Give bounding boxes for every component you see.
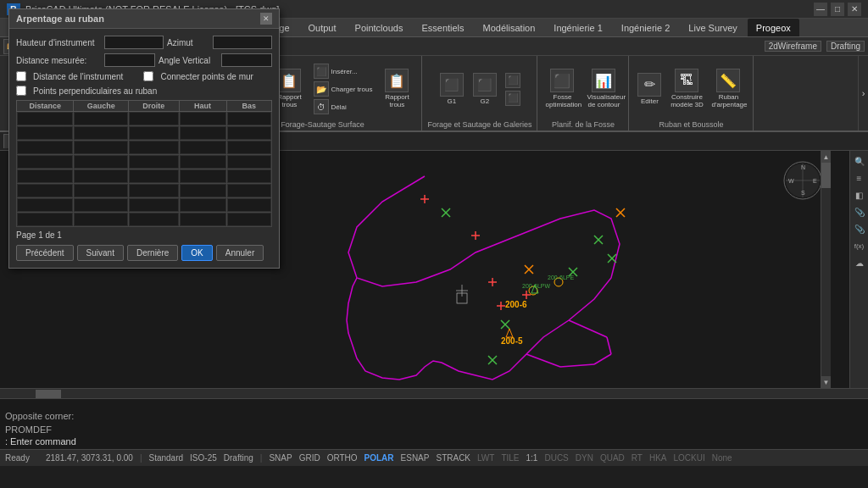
cell-r5-c2[interactable] xyxy=(130,185,178,197)
cell-r0-c0[interactable] xyxy=(18,113,72,125)
derniere-button[interactable]: Dernière xyxy=(127,245,178,261)
cell-r7-c3[interactable] xyxy=(181,214,225,225)
points-perp-check[interactable] xyxy=(16,86,26,96)
tab-pointclouds[interactable]: Pointclouds xyxy=(347,19,412,36)
sidebar-search-icon[interactable]: 🔍 xyxy=(853,154,866,168)
tab-live-survey[interactable]: Live Survey xyxy=(680,19,745,36)
ribbon-collapse-button[interactable]: › xyxy=(858,56,868,130)
tab-ingenierie2[interactable]: Ingénierie 2 xyxy=(613,19,679,36)
sidebar-clip2-icon[interactable]: 📎 xyxy=(853,222,866,236)
close-button[interactable]: ✕ xyxy=(848,3,861,16)
cell-r2-c2[interactable] xyxy=(130,141,178,153)
minimize-button[interactable]: — xyxy=(814,3,827,16)
sidebar-cloud-icon[interactable]: ☁ xyxy=(853,256,866,269)
azimut-input[interactable] xyxy=(213,36,272,49)
rapport-trous2-button[interactable]: 📋 Rapport trous xyxy=(377,67,416,111)
cell-r6-c3[interactable] xyxy=(181,199,225,211)
status-rt[interactable]: RT xyxy=(632,453,643,463)
angle-vertical-input[interactable] xyxy=(221,53,272,67)
cell-r3-c4[interactable] xyxy=(228,156,271,168)
visualisateur-button[interactable]: 📊 Visualisateur de contour xyxy=(584,67,623,111)
status-lwt[interactable]: LWT xyxy=(477,453,494,463)
dialog-titlebar[interactable]: Arpentage au ruban ✕ xyxy=(9,9,279,29)
suivant-button[interactable]: Suivant xyxy=(77,245,124,261)
editer-button[interactable]: ✏ Editer xyxy=(634,71,665,108)
titlebar-controls[interactable]: — □ ✕ xyxy=(814,3,861,16)
galeries-btn2[interactable]: ⬛ G2 xyxy=(470,71,500,108)
status-ducs[interactable]: DUCS xyxy=(544,453,568,463)
cell-r5-c3[interactable] xyxy=(181,185,225,197)
cell-r7-c4[interactable] xyxy=(228,214,271,225)
cell-r2-c0[interactable] xyxy=(18,141,72,153)
cell-r1-c2[interactable] xyxy=(130,127,178,139)
sidebar-clip-icon[interactable]: 📎 xyxy=(853,205,866,219)
status-hka[interactable]: HKA xyxy=(649,453,667,463)
distance-instrument-check[interactable] xyxy=(16,71,26,81)
construire-button[interactable]: 🏗 Construire modèle 3D xyxy=(667,67,706,111)
cell-r6-c0[interactable] xyxy=(18,199,72,211)
cell-r7-c2[interactable] xyxy=(130,214,178,225)
sidebar-panels-icon[interactable]: ◧ xyxy=(853,188,866,202)
cmd-prompt[interactable]: : Enter command xyxy=(5,436,863,446)
status-drafting[interactable]: Drafting xyxy=(224,453,253,463)
galeries-btn4[interactable]: ⬛ xyxy=(503,90,523,107)
tab-modelisation[interactable]: Modélisation xyxy=(475,19,544,36)
cell-r6-c1[interactable] xyxy=(75,199,126,211)
cell-r0-c3[interactable] xyxy=(181,113,225,125)
horizontal-scrollbar[interactable] xyxy=(0,388,868,398)
galeries-btn3[interactable]: ⬛ xyxy=(503,72,523,89)
cell-r1-c4[interactable] xyxy=(228,127,271,139)
maximize-button[interactable]: □ xyxy=(831,3,844,16)
status-lockui[interactable]: LOCKUI xyxy=(674,453,705,463)
cell-r2-c1[interactable] xyxy=(75,141,126,153)
tab-output[interactable]: Output xyxy=(300,19,345,36)
cell-r7-c1[interactable] xyxy=(75,214,126,225)
cell-r6-c2[interactable] xyxy=(130,199,178,211)
status-tile[interactable]: TILE xyxy=(501,453,519,463)
status-grid[interactable]: GRID xyxy=(299,453,320,463)
cell-r4-c4[interactable] xyxy=(228,170,271,182)
cell-r2-c4[interactable] xyxy=(228,141,271,153)
workspace-label[interactable]: Drafting xyxy=(826,41,865,52)
cell-r5-c4[interactable] xyxy=(228,185,271,197)
cell-r4-c2[interactable] xyxy=(130,170,178,182)
cell-r3-c2[interactable] xyxy=(130,156,178,168)
fosse-optim-button[interactable]: ⬛ Fosse optimisation xyxy=(542,67,581,111)
cell-r1-c0[interactable] xyxy=(18,127,72,139)
cell-r0-c1[interactable] xyxy=(75,113,126,125)
cell-r4-c1[interactable] xyxy=(75,170,126,182)
ok-button[interactable]: OK xyxy=(181,245,212,261)
dialog-close-button[interactable]: ✕ xyxy=(260,13,272,25)
inserer-button[interactable]: ⬛ Insérer... xyxy=(311,63,375,80)
cell-r7-c0[interactable] xyxy=(18,214,72,225)
status-iso25[interactable]: ISO-25 xyxy=(190,453,217,463)
distance-mesuree-input[interactable] xyxy=(104,53,155,67)
annuler-button[interactable]: Annuler xyxy=(216,245,264,261)
cell-r1-c3[interactable] xyxy=(181,127,225,139)
tab-ingenierie1[interactable]: Ingénierie 1 xyxy=(545,19,611,36)
cell-r1-c1[interactable] xyxy=(75,127,126,139)
status-ortho[interactable]: ORTHO xyxy=(327,453,358,463)
status-dyn[interactable]: DYN xyxy=(576,453,593,463)
cell-r3-c1[interactable] xyxy=(75,156,126,168)
ruban-arpentage-button[interactable]: 📏 Ruban d'arpentage xyxy=(709,67,748,111)
vertical-scrollbar[interactable]: ▲ ▼ xyxy=(821,151,831,388)
galeries-btn1[interactable]: ⬛ G1 xyxy=(437,71,467,108)
cell-r2-c3[interactable] xyxy=(181,141,225,153)
cell-r4-c3[interactable] xyxy=(181,170,225,182)
sidebar-fx-icon[interactable]: f(x) xyxy=(853,239,866,252)
hauteur-input[interactable] xyxy=(104,36,164,49)
status-strack[interactable]: STRACK xyxy=(436,453,470,463)
viewport-mode[interactable]: 2dWireframe xyxy=(765,41,821,52)
cell-r3-c0[interactable] xyxy=(18,156,72,168)
cell-r0-c2[interactable] xyxy=(130,113,178,125)
status-snap[interactable]: SNAP xyxy=(269,453,292,463)
status-scale[interactable]: 1:1 xyxy=(526,453,538,463)
sidebar-layers-icon[interactable]: ≡ xyxy=(853,171,866,185)
cell-r6-c4[interactable] xyxy=(228,199,271,211)
delai-button[interactable]: ⏱ Délai xyxy=(311,98,375,115)
connecter-points-check[interactable] xyxy=(143,71,153,81)
cell-r5-c1[interactable] xyxy=(75,185,126,197)
precedent-button[interactable]: Précédent xyxy=(16,245,74,261)
cell-r0-c4[interactable] xyxy=(228,113,271,125)
